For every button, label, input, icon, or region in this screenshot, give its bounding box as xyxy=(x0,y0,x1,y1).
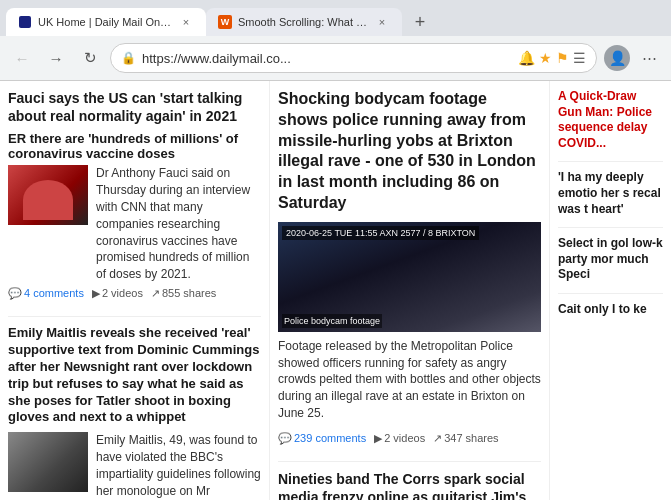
share-icon: ↗ xyxy=(151,287,160,300)
divider-right-2 xyxy=(558,227,663,228)
lock-icon: 🔒 xyxy=(121,51,136,65)
back-button[interactable]: ← xyxy=(8,44,36,72)
divider-right-3 xyxy=(558,293,663,294)
article-brixton: Shocking bodycam footage shows police ru… xyxy=(278,89,541,449)
article-maitlis: Emily Maitlis reveals she received 'real… xyxy=(8,325,261,500)
toolbar-icons: 👤 ⋯ xyxy=(603,44,663,72)
notification-icon[interactable]: 🔔 xyxy=(518,50,535,66)
brixton-thumb: 2020-06-25 TUE 11:55 AXN 2577 / 8 BRIXTO… xyxy=(278,222,541,332)
col-middle: Shocking bodycam footage shows police ru… xyxy=(270,81,550,500)
right-article-3[interactable]: Select in gol low-k party mor much Speci xyxy=(558,236,663,283)
brixton-text: Footage released by the Metropolitan Pol… xyxy=(278,338,541,422)
article-corrs: Nineties band The Corrs spark social med… xyxy=(278,470,541,500)
user-avatar: 👤 xyxy=(604,45,630,71)
col-left: Fauci says the US can 'start talking abo… xyxy=(0,81,270,500)
tab-smooth[interactable]: W Smooth Scrolling: What is it and... × xyxy=(206,8,402,36)
fauci-videos[interactable]: ▶ 2 videos xyxy=(92,287,143,300)
tab-bar: UK Home | Daily Mail Online × W Smooth S… xyxy=(0,0,671,36)
tab-w-icon: W xyxy=(218,15,232,29)
profile-icon[interactable]: 👤 xyxy=(603,44,631,72)
page-content: Fauci says the US can 'start talking abo… xyxy=(0,81,671,500)
divider-left xyxy=(8,316,261,317)
address-bar[interactable]: 🔒 https://www.dailymail.co... 🔔 ★ ⚑ ☰ xyxy=(110,43,597,73)
browser-chrome: UK Home | Daily Mail Online × W Smooth S… xyxy=(0,0,671,81)
tab-dailymail[interactable]: UK Home | Daily Mail Online × xyxy=(6,8,206,36)
maitlis-thumb xyxy=(8,432,88,492)
bookmark-icon[interactable]: ⚑ xyxy=(556,50,569,66)
tab-close-smooth[interactable]: × xyxy=(374,14,390,30)
extension-icon[interactable]: ☰ xyxy=(573,50,586,66)
tab-close-dailymail[interactable]: × xyxy=(178,14,194,30)
address-text: https://www.dailymail.co... xyxy=(142,51,512,66)
star-icon[interactable]: ★ xyxy=(539,50,552,66)
right-article-1[interactable]: A Quick-Draw Gun Man: Police sequence de… xyxy=(558,89,663,151)
fauci-comments[interactable]: 💬 4 comments xyxy=(8,287,84,300)
fauci-subheadline: ER there are 'hundreds of millions' of c… xyxy=(8,131,261,161)
maitlis-headline[interactable]: Emily Maitlis reveals she received 'real… xyxy=(8,325,261,426)
corrs-headline[interactable]: Nineties band The Corrs spark social med… xyxy=(278,470,541,500)
tab-label-dailymail: UK Home | Daily Mail Online xyxy=(38,16,172,28)
brixton-meta: 💬 239 comments ▶ 2 videos ↗ 347 shares xyxy=(278,428,541,449)
brixton-headline[interactable]: Shocking bodycam footage shows police ru… xyxy=(278,89,541,214)
forward-button[interactable]: → xyxy=(42,44,70,72)
brixton-video-icon: ▶ xyxy=(374,432,382,445)
address-icons: 🔔 ★ ⚑ ☰ xyxy=(518,50,586,66)
fauci-headline[interactable]: Fauci says the US can 'start talking abo… xyxy=(8,89,261,125)
brixton-videos[interactable]: ▶ 2 videos xyxy=(374,432,425,445)
right-article-2[interactable]: 'I ha my deeply emotio her s recal was t… xyxy=(558,170,663,217)
reload-button[interactable]: ↻ xyxy=(76,44,104,72)
brixton-comments[interactable]: 💬 239 comments xyxy=(278,432,366,445)
tab-favicon-smooth: W xyxy=(218,15,232,29)
new-tab-button[interactable]: + xyxy=(406,8,434,36)
fauci-meta: 💬 4 comments ▶ 2 videos ↗ 855 shares xyxy=(8,283,261,304)
brixton-shares: ↗ 347 shares xyxy=(433,432,498,445)
right-article-4[interactable]: Cait only I to ke xyxy=(558,302,663,318)
col-right: A Quick-Draw Gun Man: Police sequence de… xyxy=(550,81,671,500)
brixton-share-icon: ↗ xyxy=(433,432,442,445)
brixton-comment-icon: 💬 xyxy=(278,432,292,445)
maitlis-text: Emily Maitlis, 49, was found to have vio… xyxy=(96,432,261,499)
maitlis-body: Emily Maitlis, 49, was found to have vio… xyxy=(8,432,261,499)
tab-label-smooth: Smooth Scrolling: What is it and... xyxy=(238,16,368,28)
divider-middle xyxy=(278,461,541,462)
article-fauci: Fauci says the US can 'start talking abo… xyxy=(8,89,261,304)
fauci-body: Dr Anthony Fauci said on Thursday during… xyxy=(8,165,261,283)
tab-favicon-dailymail xyxy=(18,15,32,29)
fauci-text: Dr Anthony Fauci said on Thursday during… xyxy=(96,165,261,283)
fauci-thumb xyxy=(8,165,88,225)
comment-icon: 💬 xyxy=(8,287,22,300)
video-icon: ▶ xyxy=(92,287,100,300)
fauci-shares: ↗ 855 shares xyxy=(151,287,216,300)
nav-bar: ← → ↻ 🔒 https://www.dailymail.co... 🔔 ★ … xyxy=(0,36,671,80)
menu-button[interactable]: ⋯ xyxy=(635,44,663,72)
divider-right-1 xyxy=(558,161,663,162)
